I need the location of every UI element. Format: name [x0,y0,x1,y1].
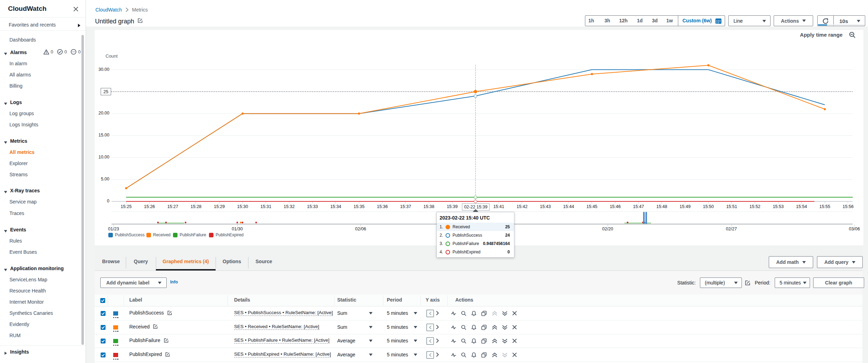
sidebar-item-evidently[interactable]: Evidently [9,321,29,327]
search-icon[interactable] [461,352,466,359]
copy-icon[interactable] [481,352,487,359]
search-icon[interactable] [461,311,466,318]
copy-icon[interactable] [481,338,487,345]
statistic-cell-select[interactable]: Average [337,352,355,357]
calendar-icon[interactable] [715,18,722,25]
sidebar-item-logs[interactable]: Logs [10,99,22,105]
actions-button[interactable]: Actions [774,15,813,26]
remove-icon[interactable] [512,352,517,359]
period-cell-select[interactable]: 5 minutes [387,310,408,316]
chevron-down-icon[interactable] [4,267,7,270]
sidebar-item-dashboards[interactable]: Dashboards [9,37,36,43]
sidebar-item-alarms[interactable]: Alarms [10,50,27,55]
period-cell-select[interactable]: 5 minutes [387,352,408,357]
y-axis-right-toggle[interactable] [435,325,439,331]
pulse-icon[interactable] [451,338,456,345]
sidebar-item-billing[interactable]: Billing [9,83,22,89]
metric-details-link[interactable]: SES • PublishFailure • RuleSetName: [Act… [234,338,330,343]
sidebar-item-synthetics-canaries[interactable]: Synthetics Canaries [9,310,53,316]
move-up-icon[interactable] [492,311,498,318]
statistic-cell-select[interactable]: Sum [337,324,347,330]
time-range-3h[interactable]: 3h [602,18,613,23]
edit-label-icon[interactable] [164,338,169,343]
remove-icon[interactable] [512,338,517,345]
sidebar-item-traces[interactable]: Traces [9,210,24,216]
add-math-button[interactable]: Add math [769,256,813,268]
time-range-12h[interactable]: 12h [618,18,629,23]
row-checkbox[interactable] [101,325,106,330]
sidebar-item-rum[interactable]: RUM [9,333,21,338]
statistic-select[interactable]: (multiple) [700,277,742,288]
sidebar-item-x-ray-traces[interactable]: X-Ray traces [10,188,40,193]
search-icon[interactable] [461,338,466,345]
edit-label-icon[interactable] [165,352,170,357]
row-checkbox[interactable] [101,353,106,357]
sidebar-item-all-alarms[interactable]: All alarms [9,72,31,77]
move-down-icon[interactable] [502,325,508,332]
time-range-custom[interactable]: Custom (6w) [682,18,712,23]
move-up-icon[interactable] [492,352,498,359]
move-down-icon[interactable] [502,352,508,359]
tab-query[interactable]: Query [126,252,156,271]
sidebar-item-insights[interactable]: Insights [10,349,29,355]
sidebar-item-all-metrics[interactable]: All metrics [9,149,35,155]
legend-item-PublishExpired[interactable]: PublishExpired [209,232,244,237]
legend-item-PublishSuccess[interactable]: PublishSuccess [108,232,145,237]
sidebar-item-rules[interactable]: Rules [9,238,22,244]
chevron-down-icon[interactable] [4,228,7,231]
timeline-brush-right-handle[interactable] [645,212,647,224]
copy-icon[interactable] [481,325,487,332]
row-checkbox[interactable] [101,311,106,316]
pulse-icon[interactable] [451,325,456,332]
edit-label-icon[interactable] [167,310,172,316]
y-axis-left-toggle[interactable] [426,351,434,359]
sidebar-item-logs-insights[interactable]: Logs Insights [9,122,38,127]
remove-icon[interactable] [512,325,517,331]
sidebar-item-favorites[interactable]: Favorites and recents [9,22,56,28]
time-range-1h[interactable]: 1h [586,18,596,23]
series-color-swatch[interactable] [113,325,118,329]
clear-graph-button[interactable]: Clear graph [813,277,864,288]
sidebar-item-events[interactable]: Events [10,227,26,232]
add-query-button[interactable]: Add query [817,256,863,268]
tab-graphed-metrics-4-[interactable]: Graphed metrics (4) [156,252,216,271]
timeline-brush-left-handle[interactable] [643,212,645,224]
bell-icon[interactable] [471,352,477,359]
edit-statistic-icon[interactable] [745,280,751,287]
bell-icon[interactable] [471,311,477,318]
period-select[interactable]: 5 minutes [775,277,810,288]
edit-label-icon[interactable] [153,324,158,329]
edit-title-icon[interactable] [137,18,143,25]
time-range-1w[interactable]: 1w [664,18,675,23]
add-dynamic-label-button[interactable]: Add dynamic label [100,277,167,288]
y-axis-right-toggle[interactable] [435,311,439,317]
sidebar-item-service-map[interactable]: Service map [9,199,37,205]
line-style-dashes[interactable] [113,331,118,332]
chevron-down-icon[interactable] [4,101,7,104]
legend-item-PublishFailure[interactable]: PublishFailure [173,232,206,237]
row-checkbox[interactable] [101,339,106,343]
line-style-dashes[interactable] [113,359,118,360]
series-color-swatch[interactable] [113,311,118,316]
bell-icon[interactable] [471,325,477,332]
sidebar-item-log-groups[interactable]: Log groups [9,111,34,116]
y-axis-left-toggle[interactable] [426,324,434,331]
bell-icon[interactable] [471,338,477,345]
line-style-dashes[interactable] [113,317,118,318]
tab-source[interactable]: Source [248,252,280,271]
move-up-icon[interactable] [492,338,498,345]
sidebar-item-in-alarm[interactable]: In alarm [9,61,27,66]
y-axis-right-toggle[interactable] [435,352,439,358]
y-axis-left-toggle[interactable] [426,310,434,317]
line-style-dashes[interactable] [113,345,118,346]
chevron-right-icon[interactable] [4,350,7,354]
sidebar-item-servicelens-map[interactable]: ServiceLens Map [9,277,47,282]
remove-icon[interactable] [512,311,517,317]
sidebar-item-metrics[interactable]: Metrics [10,138,27,144]
series-color-swatch[interactable] [113,353,118,357]
y-axis-right-toggle[interactable] [435,338,439,345]
sidebar-item-resource-health[interactable]: Resource Health [9,288,46,294]
series-color-swatch[interactable] [113,339,118,343]
refresh-interval-select[interactable]: 10s [839,18,848,24]
period-cell-select[interactable]: 5 minutes [387,338,408,343]
